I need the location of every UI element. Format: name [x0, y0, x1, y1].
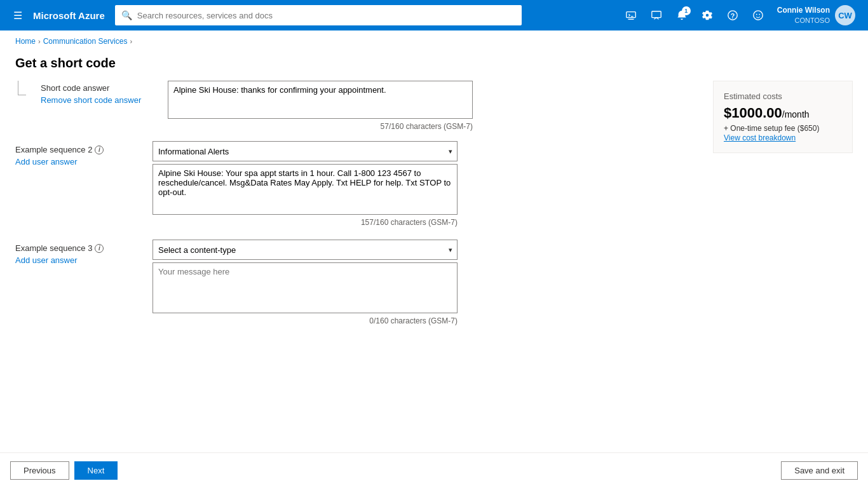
menu-button[interactable]: ☰ [8, 5, 28, 25]
svg-text:?: ? [730, 12, 735, 20]
settings-button[interactable] [696, 4, 719, 27]
notification-badge: 1 [682, 6, 691, 15]
breadcrumb-sep-2: › [130, 37, 132, 45]
form-section: Short code answer Remove short code answ… [15, 81, 853, 338]
user-org: CONTOSO [777, 16, 830, 25]
main-content: Get a short code Short code answer Remov… [0, 48, 868, 389]
sc-input-area: Alpine Ski House: thanks for confirming … [168, 81, 536, 131]
help-button[interactable]: ? [721, 4, 744, 27]
seq2-input-area: Informational Alerts Promotional Two-fac… [153, 141, 536, 227]
feedback-button[interactable] [645, 4, 668, 27]
cost-period: /month [782, 109, 810, 119]
cost-panel: Estimated costs $1000.00/month + One-tim… [713, 81, 853, 153]
seq2-add-user-answer-link[interactable]: Add user answer [15, 157, 78, 166]
short-code-answer-block: Short code answer Remove short code answ… [15, 81, 536, 131]
svg-point-6 [759, 14, 760, 15]
seq3-message-textarea[interactable] [153, 262, 458, 313]
remove-short-code-link[interactable]: Remove short code answer [41, 95, 141, 105]
page-title: Get a short code [15, 56, 853, 71]
seq2-message-textarea[interactable]: Alpine Ski House: Your spa appt starts i… [153, 164, 458, 215]
hamburger-icon: ☰ [13, 10, 22, 22]
breadcrumb-home[interactable]: Home [15, 37, 36, 46]
user-name: Connie Wilson [777, 6, 830, 16]
seq3-char-count: 0/160 characters (GSM-7) [153, 316, 458, 325]
app-title: Microsoft Azure [33, 10, 105, 21]
user-menu[interactable]: Connie Wilson CONTOSO CW [772, 0, 860, 30]
avatar-initials: CW [838, 11, 852, 20]
seq2-select-wrapper: Informational Alerts Promotional Two-fac… [153, 141, 458, 161]
cost-amount-container: $1000.00/month [724, 105, 842, 121]
smiley-button[interactable] [747, 4, 770, 27]
topnav: ☰ Microsoft Azure 🔍 1 ? Connie Wilson CO… [0, 0, 868, 30]
short-code-answer-textarea[interactable]: Alpine Ski House: thanks for confirming … [168, 81, 473, 119]
svg-point-4 [754, 11, 763, 20]
search-icon: 🔍 [121, 10, 132, 20]
tree-line [15, 81, 31, 131]
seq2-info-icon: i [95, 146, 104, 154]
cost-panel-title: Estimated costs [724, 92, 842, 101]
svg-point-5 [756, 14, 757, 15]
notifications-button[interactable]: 1 [670, 4, 693, 27]
breadcrumb: Home › Communication Services › [0, 30, 868, 48]
cost-setup-fee: + One-time setup fee ($650) [724, 124, 842, 133]
seq2-content-type-select[interactable]: Informational Alerts Promotional Two-fac… [153, 141, 458, 161]
seq3-info-icon: i [95, 244, 104, 253]
sequence-3-row: Example sequence 3 i Add user answer Sel… [15, 240, 536, 325]
seq3-input-area: Select a content-type Informational Aler… [153, 240, 536, 325]
sc-label: Short code answer [41, 83, 168, 93]
breadcrumb-service[interactable]: Communication Services [43, 37, 128, 46]
seq2-label: Example sequence 2 i [15, 145, 142, 154]
svg-rect-1 [652, 11, 661, 18]
seq3-add-user-answer-link[interactable]: Add user answer [15, 255, 78, 265]
avatar: CW [835, 5, 855, 25]
cost-breakdown-link[interactable]: View cost breakdown [724, 133, 796, 142]
seq2-label-area: Example sequence 2 i Add user answer [15, 141, 142, 166]
cost-amount: $1000.00 [724, 105, 782, 121]
seq3-label-area: Example sequence 3 i Add user answer [15, 240, 142, 265]
seq2-char-count: 157/160 characters (GSM-7) [153, 218, 458, 227]
seq3-content-type-select[interactable]: Select a content-type Informational Aler… [153, 240, 458, 260]
search-box: 🔍 [115, 5, 522, 25]
breadcrumb-sep-1: › [38, 37, 41, 45]
sc-char-count: 57/160 characters (GSM-7) [168, 122, 473, 131]
sc-label-area: Short code answer Remove short code answ… [41, 81, 168, 131]
user-info: Connie Wilson CONTOSO [777, 6, 830, 25]
topnav-right: 1 ? Connie Wilson CONTOSO CW [620, 0, 860, 30]
cloud-shell-button[interactable] [620, 4, 642, 27]
sequence-2-row: Example sequence 2 i Add user answer Inf… [15, 141, 536, 227]
search-input[interactable] [137, 11, 515, 20]
seq3-label: Example sequence 3 i [15, 243, 142, 253]
form-body: Short code answer Remove short code answ… [15, 81, 536, 338]
seq3-select-wrapper: Select a content-type Informational Aler… [153, 240, 458, 260]
